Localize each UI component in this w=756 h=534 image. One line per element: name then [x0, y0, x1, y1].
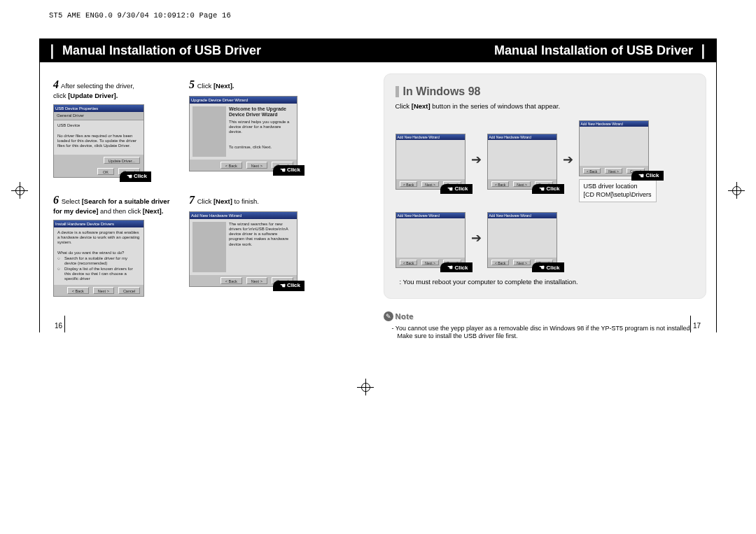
arrow-icon: ➔ — [471, 230, 482, 246]
note-section: ✎Note - You cannot use the yepp player a… — [384, 311, 707, 341]
window-titlebar: Add New Hardware Wizard — [396, 213, 465, 218]
step-text: After selecting the driver, — [59, 82, 134, 90]
hand-icon: ☚ — [280, 282, 286, 290]
step-text: click — [53, 92, 68, 99]
wizard-text: The wizard searches for new drivers for:… — [229, 222, 294, 272]
page-left: 4 After selecting the driver, click [Upd… — [39, 62, 378, 332]
usb-location-box: USB driver location [CD ROM]\setup\Drive… — [579, 179, 657, 202]
window-titlebar: Install Hardware Device Drivers — [54, 220, 144, 227]
step-4: 4 After selecting the driver, click [Upd… — [53, 78, 179, 178]
click-badge: ☚Click — [532, 184, 564, 194]
hand-icon: ☚ — [638, 172, 644, 179]
hand-icon: ☚ — [447, 264, 453, 271]
next-button: Next > — [246, 162, 267, 169]
back-button: < Back — [220, 162, 242, 169]
heading-right: Manual Installation of USB Driver — [494, 43, 693, 58]
wizard-heading: Welcome to the Upgrade Device Driver Wiz… — [229, 106, 294, 118]
screenshot-flow-3: Add New Hardware Wizard < BackNext >Canc… — [579, 120, 649, 176]
step-7: 7 Click [Next] to finish. Add New Hardwa… — [189, 193, 312, 297]
window-titlebar: Upgrade Device Driver Wizard — [190, 97, 297, 104]
click-badge: ☚Click — [532, 262, 564, 272]
window-content: USB DeviceNo driver files are required o… — [54, 120, 144, 155]
step-number: 4 — [53, 78, 59, 90]
key-term: [Update Driver]. — [68, 92, 118, 99]
step-text: and then click — [98, 207, 142, 215]
heading-left: Manual Installation of USB Driver — [62, 43, 261, 58]
window-tabs: General Driver — [54, 112, 144, 121]
registration-mark-icon — [728, 182, 745, 199]
hand-icon: ☚ — [280, 167, 286, 174]
click-badge: ☚Click — [120, 171, 151, 182]
note-body: - You cannot use the yepp player as a re… — [384, 325, 707, 341]
radio-option: Search for a suitable driver for my devi… — [57, 256, 140, 266]
registration-mark-icon — [357, 379, 374, 395]
window-titlebar: Add New Hardware Wizard — [488, 213, 556, 218]
click-badge: ☚Click — [440, 262, 472, 272]
reboot-warning: : You must reboot your computer to compl… — [400, 278, 695, 286]
screenshot-wizard-welcome: Upgrade Device Driver Wizard Welcome to … — [189, 96, 298, 171]
screenshot-flow-1: Add New Hardware Wizard < BackNext >Canc… — [396, 134, 465, 190]
click-badge: ☚Click — [273, 281, 304, 291]
hand-icon: ☚ — [539, 264, 545, 271]
step-5: 5 Click [Next]. Upgrade Device Driver Wi… — [189, 78, 312, 178]
screenshot-install-drivers: Install Hardware Device Drivers A device… — [53, 220, 144, 297]
next-button: Next > — [246, 277, 267, 284]
wizard-text: To continue, click Next. — [229, 145, 294, 150]
window-titlebar: Add New Hardware Wizard — [488, 134, 556, 140]
wizard-text: A device is a software program that enab… — [57, 230, 140, 246]
screenshot-wizard-found: Add New Hardware Wizard The wizard searc… — [189, 211, 298, 287]
page-number-right: 17 — [693, 322, 701, 330]
key-term: [Next] — [214, 197, 232, 205]
inset-instruction: Click [Next] button in the series of win… — [396, 102, 695, 111]
title-ornament-icon: ❘ — [697, 43, 709, 57]
step-number: 5 — [189, 78, 195, 90]
window-titlebar: Add New Hardware Wizard — [396, 134, 465, 140]
step-text: Select — [59, 197, 82, 205]
screenshot-device-properties: USB Device Properties General Driver USB… — [53, 104, 144, 178]
next-button: Next > — [93, 287, 114, 294]
click-badge: ☚Click — [273, 165, 304, 176]
hand-icon: ☚ — [447, 185, 453, 192]
step-number: 6 — [53, 194, 59, 206]
back-button: < Back — [67, 287, 89, 294]
document-header-meta: ST5 AME ENG0.0 9/30/04 10:0912:0 Page 16 — [49, 11, 231, 20]
radio-option: Display a list of the known drivers for … — [57, 267, 140, 282]
wizard-side-graphic — [192, 222, 226, 272]
inset-heading: In Windows 98 — [396, 85, 695, 98]
arrow-icon: ➔ — [563, 152, 573, 167]
screenshot-flow-5: Add New Hardware Wizard < BackNext >Canc… — [487, 212, 557, 268]
step-number: 7 — [189, 194, 195, 206]
step-text: to finish. — [232, 197, 259, 205]
step-text: Click — [195, 197, 214, 205]
wizard-side-graphic — [192, 106, 226, 157]
registration-mark-icon — [11, 182, 28, 199]
arrow-icon: ➔ — [471, 152, 482, 167]
pencil-icon: ✎ — [384, 311, 393, 321]
page-number-left: 16 — [55, 322, 62, 330]
page-spread: ❘ Manual Installation of USB Driver Manu… — [39, 38, 717, 332]
windows98-inset: In Windows 98 Click [Next] button in the… — [384, 73, 707, 299]
step-text: Click — [195, 82, 214, 90]
hand-icon: ☚ — [539, 185, 545, 192]
window-titlebar: Add New Hardware Wizard — [580, 121, 648, 127]
cancel-button: Cancel — [118, 287, 140, 294]
window-titlebar: Add New Hardware Wizard — [190, 212, 297, 219]
click-badge: ☚Click — [631, 171, 663, 181]
step-6: 6 Select [Search for a suitable driver f… — [53, 193, 179, 297]
ok-button: OK — [97, 168, 114, 175]
click-badge: ☚Click — [440, 184, 472, 194]
update-driver-button: Update Driver... — [104, 157, 140, 164]
key-term: [Next]. — [143, 207, 164, 215]
page-right: In Windows 98 Click [Next] button in the… — [378, 62, 717, 332]
title-ornament-icon: ❘ — [46, 43, 58, 57]
back-button: < Back — [220, 277, 242, 284]
screenshot-flow-4: Add New Hardware Wizard < BackNext >Canc… — [396, 212, 465, 268]
wizard-text: This wizard helps you upgrade a device d… — [229, 120, 294, 135]
hand-icon: ☚ — [127, 173, 132, 181]
wizard-text: What do you want the wizard to do? — [57, 251, 140, 255]
key-term: [Next]. — [214, 82, 234, 90]
section-title-bar: ❘ Manual Installation of USB Driver Manu… — [39, 38, 716, 62]
window-titlebar: USB Device Properties — [54, 105, 144, 112]
screenshot-flow-2: Add New Hardware Wizard < BackNext >Canc… — [487, 134, 557, 190]
key-term: [Next] — [412, 102, 430, 110]
